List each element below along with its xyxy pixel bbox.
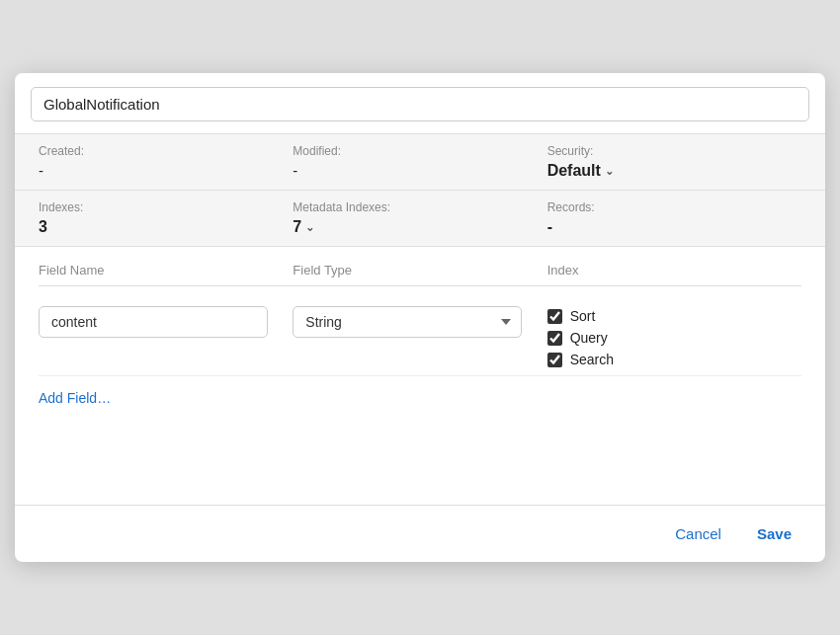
empty-area (39, 416, 801, 505)
modal-title-row (15, 73, 825, 134)
security-label: Security: (547, 144, 801, 158)
fields-header: Field Name Field Type Index (39, 263, 801, 286)
info-row-bottom: Indexes: 3 Metadata Indexes: 7 ⌄ Records… (15, 191, 825, 247)
indexes-value: 3 (39, 218, 293, 236)
save-button[interactable]: Save (743, 519, 805, 548)
fields-section: Field Name Field Type Index String Numbe… (15, 247, 825, 505)
metadata-indexes-value[interactable]: 7 ⌄ (293, 218, 546, 236)
modified-label: Modified: (293, 144, 546, 158)
field-name-cell (39, 306, 293, 338)
sort-checkbox[interactable] (547, 309, 562, 324)
info-row-top: Created: - Modified: - Security: Default… (15, 134, 825, 191)
created-cell: Created: - (39, 144, 293, 180)
field-row: String Number Boolean Date Array Object … (39, 298, 801, 376)
field-name-header: Field Name (39, 263, 293, 278)
records-label: Records: (547, 200, 801, 214)
security-dropdown-arrow[interactable]: ⌄ (605, 165, 614, 178)
records-cell: Records: - (547, 200, 801, 236)
sort-label: Sort (570, 308, 596, 324)
search-label: Search (570, 352, 614, 367)
info-section: Created: - Modified: - Security: Default… (15, 134, 825, 247)
field-type-cell: String Number Boolean Date Array Object (293, 306, 546, 338)
created-value: - (39, 162, 293, 179)
add-field-link[interactable]: Add Field… (39, 376, 111, 416)
field-type-header: Field Type (293, 263, 546, 278)
created-label: Created: (39, 144, 293, 158)
modal-container: Created: - Modified: - Security: Default… (15, 73, 825, 562)
metadata-indexes-label: Metadata Indexes: (293, 200, 546, 214)
query-checkbox[interactable] (547, 331, 562, 346)
indexes-label: Indexes: (39, 200, 293, 214)
search-checkbox-row[interactable]: Search (547, 352, 801, 367)
field-type-select[interactable]: String Number Boolean Date Array Object (293, 306, 522, 338)
collection-name-input[interactable] (31, 87, 809, 121)
security-value[interactable]: Default ⌄ (547, 162, 801, 180)
sort-checkbox-row[interactable]: Sort (547, 308, 801, 324)
cancel-button[interactable]: Cancel (661, 519, 735, 548)
modified-cell: Modified: - (293, 144, 546, 180)
modal-footer: Cancel Save (15, 505, 825, 562)
query-label: Query (570, 330, 608, 346)
query-checkbox-row[interactable]: Query (547, 330, 801, 346)
metadata-dropdown-arrow[interactable]: ⌄ (305, 221, 314, 234)
indexes-cell: Indexes: 3 (39, 200, 293, 236)
index-header: Index (547, 263, 801, 278)
index-checkboxes-cell: Sort Query Search (547, 306, 801, 367)
search-checkbox[interactable] (547, 353, 562, 367)
index-checkboxes: Sort Query Search (547, 306, 801, 367)
security-cell: Security: Default ⌄ (547, 144, 801, 180)
records-value: - (547, 218, 801, 236)
modified-value: - (293, 162, 546, 179)
field-name-input[interactable] (39, 306, 268, 338)
metadata-indexes-cell: Metadata Indexes: 7 ⌄ (293, 200, 546, 236)
